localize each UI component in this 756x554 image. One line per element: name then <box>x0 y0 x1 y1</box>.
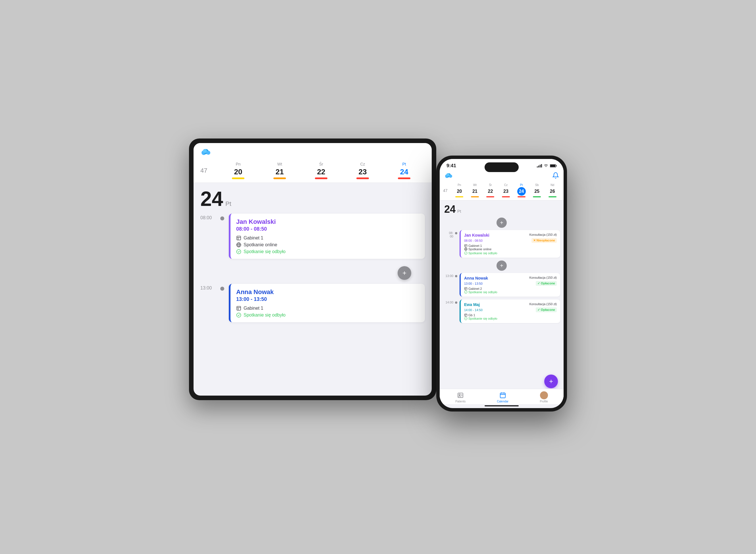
phone-week-nav: 47 Pn 20 Wt 21 Śr <box>440 182 564 201</box>
day-col-wed[interactable]: Śr 22 <box>315 162 327 179</box>
phone-card-jan[interactable]: Jan Kowalski Konsultacja (150 zł) 08:00 … <box>459 230 560 258</box>
appointment-name-anna: Anna Nowak <box>236 288 419 296</box>
phone-day-name-fri: Pt <box>520 183 523 186</box>
add-appointment-button[interactable]: + <box>398 266 411 280</box>
phone-card-ewa-row1: Ewa Maj Konsultacja (150 zł) <box>464 302 557 307</box>
phone-timeline: 08:00 Jan Kowalski Konsultacja (150 zł) … <box>440 230 564 325</box>
day-col-fri[interactable]: Pt 24 <box>398 162 411 179</box>
tablet-timeline: 08:00 Jan Kowalski 08:00 - 08:50 Gabinet… <box>194 211 432 396</box>
phone-day-name-sat: Sb <box>535 183 539 186</box>
fab-add-appointment[interactable]: + <box>544 375 558 388</box>
bell-icon[interactable] <box>552 172 559 179</box>
phone-day-col-fri[interactable]: Pt 24 <box>517 183 526 198</box>
phone-time-range-anna: 13:00 - 13:50 <box>464 282 483 285</box>
day-col-tue[interactable]: Wt 21 <box>273 162 286 179</box>
phone-day-name-tue: Wt <box>473 183 477 186</box>
phone-day-num-wed: 22 <box>486 187 495 196</box>
add-before-first-button[interactable]: + <box>497 218 507 228</box>
day-bar-thu <box>357 177 369 179</box>
svg-point-25 <box>446 173 449 176</box>
svg-rect-16 <box>538 166 539 168</box>
day-num-thu: 23 <box>359 168 367 176</box>
tablet-screen: 47 Pn 20 Wt 21 Śr <box>194 143 432 396</box>
phone-konsultacja-ewa: Konsultacja (150 zł) <box>529 302 557 306</box>
phone-card-jan-row2: 08:00 - 08:50 ✕ Nieopłacone <box>464 238 557 243</box>
phone-day-col-wed[interactable]: Śr 22 <box>486 183 495 198</box>
status-time: 9:41 <box>446 163 456 169</box>
appointment-name-jan: Jan Kowalski <box>236 218 419 226</box>
svg-point-24 <box>449 175 452 178</box>
appointment-location-anna: Gabinet 1 <box>236 306 419 311</box>
tab-patients[interactable]: Patients <box>455 391 465 403</box>
signal-icon <box>537 164 542 168</box>
appointment-location-jan: Gabinet 1 <box>236 235 419 240</box>
home-indicator <box>485 405 519 406</box>
phone-day-num-sat: 25 <box>532 187 541 196</box>
phone-card-anna-row2: 13:00 - 13:50 ✓ Opłacone <box>464 281 557 286</box>
add-appointment-area: + <box>200 265 425 282</box>
time-dot-0800 <box>220 216 224 220</box>
svg-rect-45 <box>500 393 505 398</box>
phone-tab-bar: Patients Calendar <box>440 389 564 404</box>
day-num-mon: 20 <box>234 168 242 176</box>
phone-day-num-sun: 26 <box>548 187 557 196</box>
day-col-thu[interactable]: Cz 23 <box>357 162 369 179</box>
appointment-online-jan: Spotkanie online <box>236 242 419 247</box>
phone-day-num-tue: 21 <box>470 187 479 196</box>
svg-point-10 <box>237 250 241 254</box>
phone-day-col-tue[interactable]: Wt 21 <box>470 183 479 198</box>
time-label-0800: 08:00 <box>200 214 220 220</box>
phone-slot-0800: 08:00 Jan Kowalski Konsultacja (150 zł) … <box>443 230 560 259</box>
phone-card-jan-row1: Jan Kowalski Konsultacja (150 zł) <box>464 233 557 237</box>
phone-appt-name-anna: Anna Nowak <box>464 276 488 280</box>
phone-day-col-mon[interactable]: Pn 20 <box>455 183 463 198</box>
phone-week-number: 47 <box>443 188 452 193</box>
patients-icon <box>457 392 464 399</box>
phone-card-anna-row1: Anna Nowak Konsultacja (150 zł) <box>464 276 557 280</box>
check-circle-phone-jan <box>464 252 467 255</box>
svg-rect-11 <box>237 306 241 310</box>
tab-profile[interactable]: Profile <box>540 391 548 403</box>
phone-day-col-thu[interactable]: Cz 23 <box>502 183 510 198</box>
phone-day-col-sat[interactable]: Sb 25 <box>532 183 541 198</box>
phone-online-jan: Spotkanie online <box>464 247 557 251</box>
payment-badge-anna: ✓ Opłacone <box>536 281 557 286</box>
phone-status-ewa: Spotkanie się odbyło <box>464 317 557 320</box>
tablet-current-day: 24 <box>200 188 223 209</box>
add-between-1-2-button[interactable]: + <box>497 261 507 271</box>
tablet-header <box>194 143 432 160</box>
phone-day-bar-tue <box>471 196 479 198</box>
svg-point-2 <box>206 151 210 155</box>
globe-icon <box>236 242 241 247</box>
day-name-mon: Pn <box>236 162 241 166</box>
appointment-card-jan[interactable]: Jan Kowalski 08:00 - 08:50 Gabinet 1 <box>229 214 425 259</box>
phone-card-ewa[interactable]: Ewa Maj Konsultacja (150 zł) 14:00 - 14:… <box>459 299 560 323</box>
tablet-week-nav: 47 Pn 20 Wt 21 Śr <box>194 160 432 183</box>
check-circle-phone-anna <box>464 290 467 294</box>
phone-card-anna[interactable]: Anna Nowak Konsultacja (150 zł) 13:00 - … <box>459 273 560 297</box>
add-between-1-2: + <box>443 261 560 271</box>
phone-time-0800: 08:00 <box>443 230 455 238</box>
scene: 47 Pn 20 Wt 21 Śr <box>189 138 567 416</box>
svg-rect-4 <box>237 236 241 240</box>
phone-time-range-ewa: 14:00 - 14:50 <box>464 308 483 312</box>
svg-rect-21 <box>550 165 555 167</box>
phone-day-name-mon: Pn <box>457 183 461 186</box>
svg-point-32 <box>464 252 467 255</box>
appointment-status-anna: Spotkanie się odbyło <box>236 313 419 318</box>
svg-point-3 <box>203 149 207 153</box>
phone-day-bar-mon <box>455 196 463 198</box>
calendar-icon <box>499 392 506 399</box>
svg-rect-20 <box>556 165 557 167</box>
phone-day-name-sun: Nd <box>551 183 554 186</box>
tab-calendar-label: Calendar <box>497 400 509 403</box>
phone-day-num-fri: 24 <box>517 187 526 196</box>
svg-rect-18 <box>541 164 542 168</box>
phone-day-bar-sun <box>549 196 557 198</box>
appointment-card-anna[interactable]: Anna Nowak 13:00 - 13:50 Gabinet 1 <box>229 284 425 322</box>
day-num-wed: 22 <box>317 168 325 176</box>
phone-day-col-sun[interactable]: Nd 26 <box>548 183 557 198</box>
day-col-mon[interactable]: Pn 20 <box>232 162 244 179</box>
profile-avatar <box>540 391 548 399</box>
tab-calendar[interactable]: Calendar <box>497 391 509 403</box>
